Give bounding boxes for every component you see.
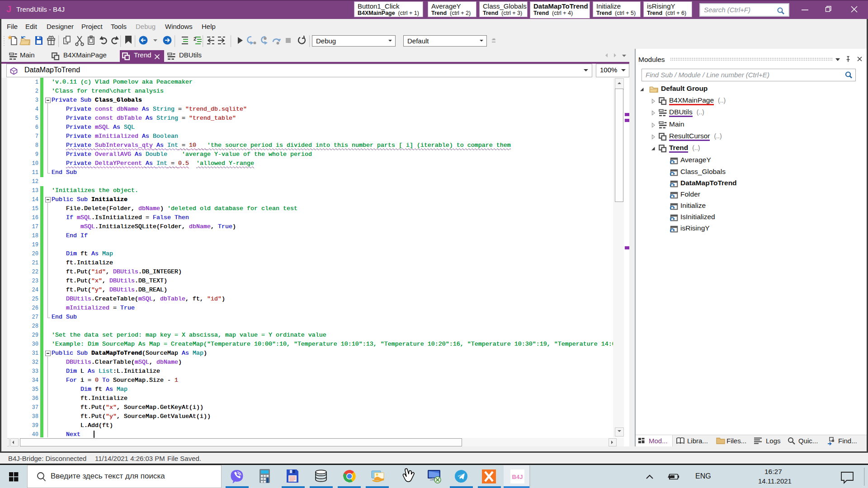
svg-text:B4J: B4J [512, 474, 523, 480]
svg-text:2: 2 [193, 36, 196, 42]
